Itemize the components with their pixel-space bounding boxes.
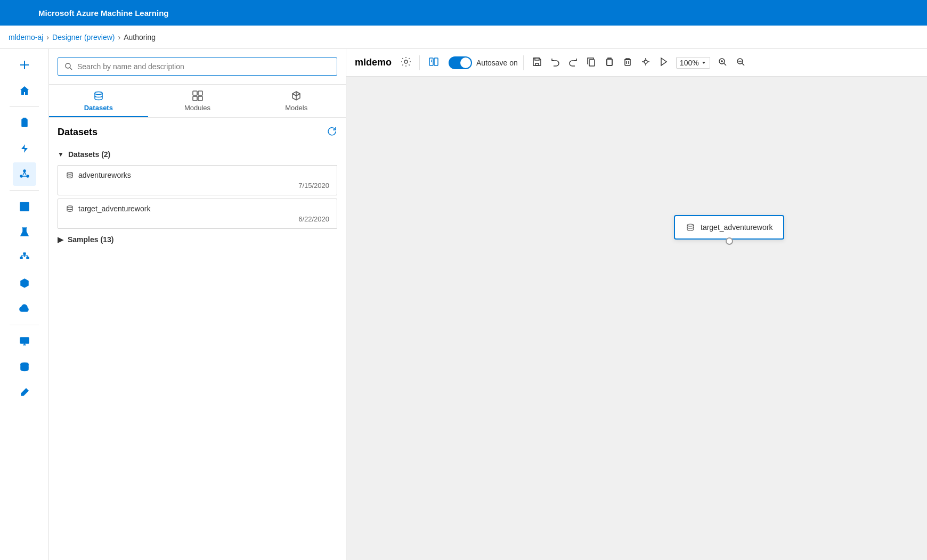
sidebar-flask-button[interactable] bbox=[13, 220, 36, 244]
svg-marker-60 bbox=[702, 62, 705, 64]
svg-rect-4 bbox=[20, 64, 29, 65]
svg-rect-2 bbox=[15, 15, 26, 17]
svg-rect-15 bbox=[20, 202, 29, 211]
canvas-title: mldemo bbox=[355, 57, 392, 68]
undo-button[interactable] bbox=[547, 55, 563, 71]
sidebar-table-button[interactable] bbox=[13, 195, 36, 218]
search-box[interactable] bbox=[58, 57, 337, 76]
svg-rect-53 bbox=[589, 60, 595, 66]
sidebar-monitor-button[interactable] bbox=[13, 330, 36, 353]
hamburger-menu-button[interactable] bbox=[9, 1, 32, 24]
tab-datasets[interactable]: Datasets bbox=[49, 85, 148, 117]
left-panel: Datasets Modules Models bbox=[49, 49, 346, 560]
svg-marker-59 bbox=[661, 58, 666, 65]
sidebar-cube-button[interactable] bbox=[13, 271, 36, 295]
svg-rect-6 bbox=[23, 118, 26, 120]
canvas-node-target[interactable]: target_adventurework bbox=[674, 215, 784, 240]
sidebar-lightning-button[interactable] bbox=[13, 137, 36, 160]
dataset-name-adventureworks: adventureworks bbox=[78, 171, 131, 179]
samples-group-header[interactable]: ▶ Samples (13) bbox=[58, 232, 337, 247]
svg-rect-52 bbox=[535, 58, 539, 60]
tab-modules[interactable]: Modules bbox=[148, 85, 247, 117]
pan-button[interactable] bbox=[638, 55, 654, 71]
svg-line-67 bbox=[742, 63, 744, 65]
svg-line-64 bbox=[724, 63, 726, 65]
samples-group-label: Samples (13) bbox=[68, 235, 113, 244]
sidebar-network-button[interactable] bbox=[13, 162, 36, 186]
svg-rect-21 bbox=[20, 257, 22, 259]
refresh-button[interactable] bbox=[327, 126, 337, 138]
canvas-workspace[interactable]: target_adventurework bbox=[346, 77, 927, 560]
autosave-label: Autosave on bbox=[476, 59, 518, 67]
panel-toggle-button[interactable] bbox=[425, 54, 442, 71]
svg-line-42 bbox=[292, 94, 296, 96]
datasets-group-header[interactable]: ▼ Datasets (2) bbox=[58, 147, 337, 162]
settings-button[interactable] bbox=[398, 54, 414, 71]
datasets-group-label: Datasets (2) bbox=[68, 150, 110, 159]
svg-rect-37 bbox=[193, 91, 197, 95]
svg-rect-20 bbox=[23, 253, 26, 254]
svg-point-11 bbox=[27, 175, 29, 177]
breadcrumb-workspace[interactable]: mldemo-aj bbox=[9, 33, 43, 42]
dataset-date-adventureworks: 7/15/2020 bbox=[66, 182, 329, 190]
zoom-display[interactable]: 100% bbox=[676, 57, 710, 69]
toolbar-sep-2 bbox=[523, 55, 524, 70]
panel-header: Datasets bbox=[58, 126, 337, 138]
breadcrumb-section[interactable]: Designer (preview) bbox=[52, 33, 115, 42]
paste-button[interactable] bbox=[601, 55, 617, 71]
sidebar-edit-button[interactable] bbox=[13, 381, 36, 404]
dataset-item-target[interactable]: target_adventurework 6/22/2020 bbox=[58, 199, 337, 229]
svg-rect-48 bbox=[434, 58, 438, 65]
zoom-value: 100% bbox=[680, 59, 699, 67]
svg-rect-5 bbox=[22, 119, 27, 127]
canvas-toolbar: mldemo Autosave on bbox=[346, 49, 927, 77]
sidebar-cloud-button[interactable] bbox=[13, 297, 36, 320]
copy-button[interactable] bbox=[583, 55, 599, 71]
svg-line-43 bbox=[296, 94, 300, 96]
svg-point-44 bbox=[67, 172, 72, 175]
tab-models[interactable]: Models bbox=[247, 85, 346, 117]
svg-rect-40 bbox=[198, 96, 202, 101]
sidebar-home-button[interactable] bbox=[13, 79, 36, 102]
svg-rect-22 bbox=[27, 257, 29, 259]
breadcrumb-current: Authoring bbox=[124, 33, 156, 42]
tabs-row: Datasets Modules Models bbox=[49, 85, 346, 118]
search-input[interactable] bbox=[77, 62, 330, 71]
canvas-area: mldemo Autosave on bbox=[346, 49, 927, 560]
svg-rect-38 bbox=[198, 91, 202, 95]
svg-point-9 bbox=[23, 170, 26, 172]
sidebar-database-button[interactable] bbox=[13, 355, 36, 378]
svg-point-36 bbox=[95, 92, 102, 95]
breadcrumb-sep-1: › bbox=[46, 33, 49, 42]
samples-chevron: ▶ bbox=[58, 235, 63, 244]
panel-title: Datasets bbox=[58, 127, 97, 138]
sidebar-add-button[interactable] bbox=[13, 53, 36, 77]
dataset-name-target: target_adventurework bbox=[78, 204, 150, 213]
run-button[interactable] bbox=[656, 55, 672, 71]
svg-rect-0 bbox=[15, 9, 26, 10]
node-dataset-icon bbox=[686, 223, 695, 232]
sidebar-divider-3 bbox=[10, 325, 39, 325]
autosave-toggle-container: Autosave on bbox=[449, 56, 518, 69]
delete-button[interactable] bbox=[620, 55, 636, 71]
dataset-item-adventureworks[interactable]: adventureworks 7/15/2020 bbox=[58, 165, 337, 195]
save-button[interactable] bbox=[529, 55, 545, 71]
breadcrumb-sep-2: › bbox=[118, 33, 121, 42]
autosave-toggle[interactable] bbox=[449, 56, 472, 69]
top-bar: Microsoft Azure Machine Learning bbox=[0, 0, 927, 26]
svg-line-12 bbox=[23, 172, 25, 175]
svg-rect-54 bbox=[607, 59, 612, 65]
panel-content: Datasets ▼ Datasets (2) bbox=[49, 118, 346, 560]
sidebar-hierarchy-button[interactable] bbox=[13, 246, 36, 269]
dataset-icon-target bbox=[66, 204, 74, 213]
node-connector[interactable] bbox=[726, 237, 733, 245]
sidebar-clipboard-button[interactable] bbox=[13, 111, 36, 135]
dataset-icon-adventureworks bbox=[66, 171, 74, 179]
node-label: target_adventurework bbox=[701, 223, 772, 232]
app-title: Microsoft Azure Machine Learning bbox=[38, 9, 168, 18]
search-container bbox=[49, 49, 346, 85]
zoom-out-button[interactable] bbox=[733, 55, 749, 71]
zoom-in-button[interactable] bbox=[714, 55, 730, 71]
redo-button[interactable] bbox=[565, 55, 581, 71]
search-icon bbox=[64, 62, 73, 71]
